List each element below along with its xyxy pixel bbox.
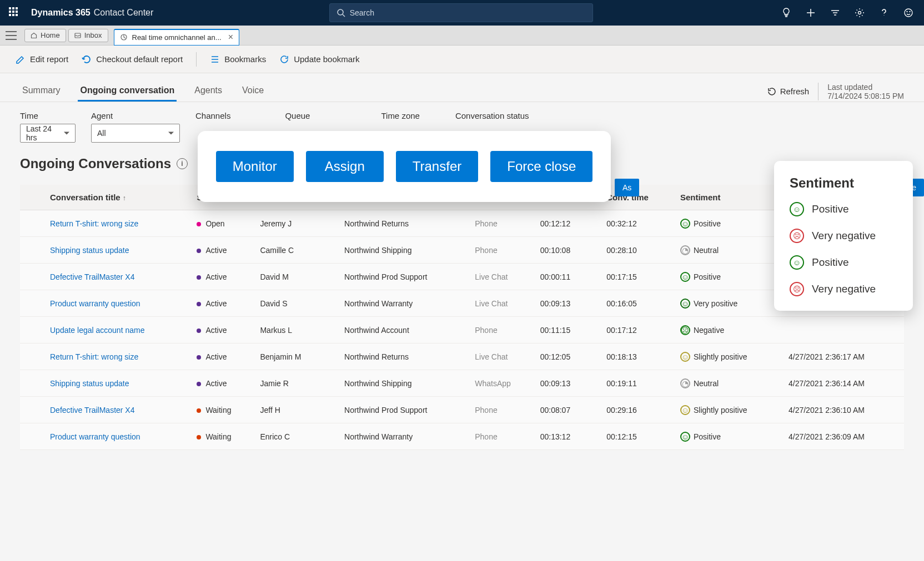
undo-icon	[82, 54, 92, 64]
row-checkbox[interactable]	[20, 290, 44, 317]
sentiment-popup-row: ☹Very negative	[790, 282, 897, 296]
sentiment-cell: ◔Neutral	[675, 370, 783, 397]
edit-report-button[interactable]: Edit report	[16, 54, 68, 64]
document-tab[interactable]: Real time omnichannel an... ×	[114, 29, 240, 46]
search-icon	[337, 8, 345, 17]
sentiment-popup-row: ☺Positive	[790, 202, 897, 216]
filter-agent-select[interactable]: All	[91, 124, 180, 143]
row-checkbox[interactable]	[20, 343, 44, 370]
table-row[interactable]: Defective TrailMaster X4 Waiting Jeff H …	[20, 397, 904, 423]
conv-time-cell: 00:29:16	[601, 397, 675, 423]
tab-ongoing-conversation[interactable]: Ongoing conversation	[78, 81, 177, 102]
settings-icon[interactable]	[853, 6, 866, 19]
filter-icon[interactable]	[828, 6, 842, 19]
table-row[interactable]: Shipping status update Active Camille C …	[20, 237, 904, 264]
channel-cell: Live Chat	[469, 290, 534, 317]
transfer-button[interactable]: Transfer	[396, 151, 478, 182]
sentiment-face-icon: ☺	[680, 219, 690, 229]
sentiment-face-icon: ☺	[680, 405, 690, 415]
sentiment-popup-title: Sentiment	[790, 175, 897, 191]
filter-agent-label: Agent	[91, 111, 180, 120]
close-tab-icon[interactable]: ×	[228, 32, 233, 42]
status-cell: Active	[191, 343, 254, 370]
emoji-icon[interactable]	[902, 6, 915, 19]
conversation-title-link[interactable]: Defective TrailMaster X4	[50, 272, 135, 281]
bookmarks-button[interactable]: Bookmarks	[210, 54, 266, 64]
sentiment-face-icon: ☺	[680, 272, 690, 282]
refresh-button[interactable]: Refresh	[767, 87, 810, 97]
queue-cell: Northwind Shipping	[339, 237, 469, 264]
conversation-title-link[interactable]: Product warranty question	[50, 432, 140, 441]
sentiment-face-icon: ◔	[680, 245, 690, 255]
checkout-default-label: Checkout default report	[96, 54, 183, 64]
home-label: Home	[41, 31, 60, 39]
row-checkbox[interactable]	[20, 370, 44, 397]
created-cell: 4/27/2021 2:36:14 AM	[783, 370, 904, 397]
table-row[interactable]: Return T-shirt: wrong size Open Jeremy J…	[20, 210, 904, 237]
queue-cell: Northwind Warranty	[339, 290, 469, 317]
channel-cell: Phone	[469, 397, 534, 423]
home-icon	[31, 32, 37, 39]
status-dot-icon	[197, 302, 201, 306]
conversation-title-link[interactable]: Product warranty question	[50, 299, 140, 308]
col-title[interactable]: Conversation title↑	[44, 185, 191, 210]
row-checkbox[interactable]	[20, 237, 44, 264]
inbox-icon	[74, 32, 81, 39]
command-bar: Edit report Checkout default report Book…	[0, 46, 924, 73]
row-checkbox[interactable]	[20, 423, 44, 450]
row-checkbox[interactable]	[20, 317, 44, 343]
tab-summary[interactable]: Summary	[20, 81, 62, 102]
tab-agents[interactable]: Agents	[192, 81, 224, 102]
table-row[interactable]: Shipping status update Active Jamie R No…	[20, 370, 904, 397]
table-row[interactable]: Defective TrailMaster X4 Active David M …	[20, 264, 904, 290]
report-tabs: Summary Ongoing conversation Agents Voic…	[0, 73, 924, 102]
conv-time-cell: 00:19:11	[601, 370, 675, 397]
conv-time-cell: 00:18:13	[601, 343, 675, 370]
row-checkbox[interactable]	[20, 264, 44, 290]
inbox-chip[interactable]: Inbox	[68, 29, 108, 42]
conversation-title-link[interactable]: Return T-shirt: wrong size	[50, 219, 138, 228]
conversation-title-link[interactable]: Defective TrailMaster X4	[50, 406, 135, 415]
assign-primary-button[interactable]: As	[615, 179, 639, 196]
app-launcher-icon[interactable]	[9, 7, 20, 18]
status-cell: Waiting	[191, 423, 254, 450]
col-checkbox	[20, 185, 44, 210]
table-row[interactable]: Update legal account name Active Markus …	[20, 317, 904, 343]
channel-cell: Live Chat	[469, 264, 534, 290]
svg-point-9	[907, 12, 907, 12]
row-checkbox[interactable]	[20, 210, 44, 237]
global-search-input[interactable]: Search	[329, 3, 593, 22]
info-icon[interactable]: i	[177, 158, 188, 169]
bookmarks-label: Bookmarks	[224, 54, 266, 64]
help-icon[interactable]	[877, 6, 891, 19]
table-row[interactable]: Return T-shirt: wrong size Active Benjam…	[20, 343, 904, 370]
status-dot-icon	[197, 408, 201, 413]
conversation-title-link[interactable]: Return T-shirt: wrong size	[50, 352, 138, 361]
lightbulb-icon[interactable]	[780, 6, 793, 19]
home-chip[interactable]: Home	[24, 29, 66, 42]
conv-time-cell: 00:28:10	[601, 237, 675, 264]
checkout-default-button[interactable]: Checkout default report	[82, 54, 183, 64]
sentiment-popup-row: ☺Positive	[790, 255, 897, 270]
bookmarks-icon	[210, 54, 220, 64]
last-updated-label: Last updated	[827, 83, 904, 92]
hamburger-menu-icon[interactable]	[6, 31, 17, 40]
assign-button[interactable]: Assign	[306, 151, 384, 182]
conversation-title-link[interactable]: Update legal account name	[50, 326, 144, 335]
monitor-button[interactable]: Monitor	[216, 151, 294, 182]
conversation-title-link[interactable]: Shipping status update	[50, 246, 129, 255]
filter-time-select[interactable]: Last 24 hrs	[20, 124, 76, 143]
col-sentiment[interactable]: Sentiment	[675, 185, 783, 210]
update-bookmark-button[interactable]: Update bookmark	[279, 54, 359, 64]
conversation-title-link[interactable]: Shipping status update	[50, 379, 129, 388]
wait-cell: 00:11:15	[535, 317, 601, 343]
table-row[interactable]: Product warranty question Waiting Enrico…	[20, 423, 904, 450]
force-close-button[interactable]: Force close	[490, 151, 592, 182]
row-checkbox[interactable]	[20, 397, 44, 423]
table-row[interactable]: Product warranty question Active David S…	[20, 290, 904, 317]
last-updated: Last updated 7/14/2024 5:08:15 PM	[818, 83, 904, 100]
filter-convstatus-label: Conversation status	[455, 111, 529, 120]
plus-icon[interactable]	[804, 6, 817, 19]
tab-voice[interactable]: Voice	[240, 81, 266, 102]
inbox-label: Inbox	[84, 31, 102, 39]
